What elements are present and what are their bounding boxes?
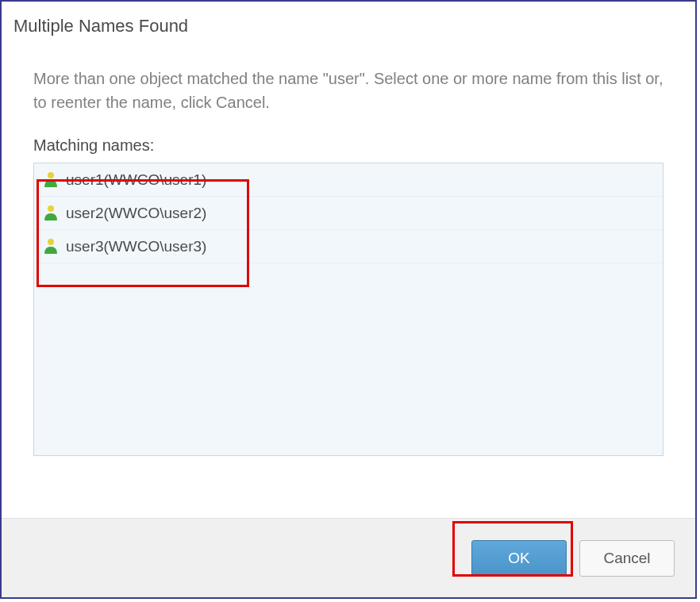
list-item-label: user3(WWCO\user3) <box>66 238 206 255</box>
dialog-description: More than one object matched the name "u… <box>33 67 663 114</box>
list-item[interactable]: user1(WWCO\user1) <box>34 163 663 197</box>
list-item-label: user1(WWCO\user1) <box>66 171 206 189</box>
svg-point-1 <box>48 205 54 212</box>
multiple-names-dialog: Multiple Names Found More than one objec… <box>0 0 697 599</box>
cancel-button[interactable]: Cancel <box>579 540 675 577</box>
list-item[interactable]: user2(WWCO\user2) <box>34 197 663 230</box>
list-label: Matching names: <box>33 136 663 155</box>
user-icon <box>42 171 60 189</box>
dialog-body: More than one object matched the name "u… <box>2 43 695 518</box>
list-item-label: user2(WWCO\user2) <box>66 205 206 222</box>
ok-button[interactable]: OK <box>471 540 567 577</box>
svg-point-0 <box>48 172 54 178</box>
list-item[interactable]: user3(WWCO\user3) <box>34 230 663 263</box>
user-icon <box>42 238 60 255</box>
button-bar: OK Cancel <box>2 518 695 597</box>
matching-names-list[interactable]: user1(WWCO\user1) user2(WWCO\user2) <box>33 163 663 456</box>
user-icon <box>42 205 60 222</box>
svg-point-2 <box>48 239 54 245</box>
dialog-title: Multiple Names Found <box>2 2 695 43</box>
